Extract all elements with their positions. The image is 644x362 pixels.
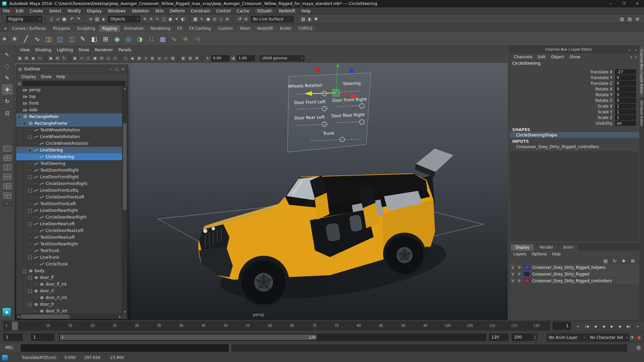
panel-title-bar[interactable]: Channel Box / Layer Editor ▫ ✕	[509, 46, 639, 53]
new-empty-layer-icon[interactable]: ✚	[621, 258, 627, 264]
menu-3dtoall[interactable]: -3DtoAll-	[252, 7, 276, 15]
channel-attribute-scale-z[interactable]: Scale Z1	[509, 115, 639, 120]
layer-row-crossover-grey-dirty-rigged-controllers[interactable]: VPCrossover_Grey_Dirty_Rigged_controller…	[509, 278, 639, 284]
bind-skin-icon[interactable]: ◫	[43, 33, 54, 45]
select-tool-icon[interactable]: ↖	[2, 49, 13, 60]
outliner-menu-display[interactable]: Display	[19, 74, 38, 79]
menu-select[interactable]: Select	[46, 7, 64, 15]
scroll-up-icon[interactable]: ▲	[122, 86, 127, 90]
outliner-item-circletrunk[interactable]: CircleTrunk	[16, 261, 122, 267]
layer-visible-toggle[interactable]: V	[509, 271, 516, 277]
exposure-field[interactable]: 0.00	[211, 55, 229, 61]
outliner-item-circlewheelsrotation[interactable]: CircleWheelsRotation	[16, 140, 122, 147]
channel-menu-edit[interactable]: Edit	[536, 55, 548, 59]
outliner-item-linedoorrearleft[interactable]: −LineDoorRearLeft	[16, 221, 122, 227]
shelf-tab-rigging[interactable]: Rigging	[99, 25, 120, 32]
character-set-dropdown[interactable]: No Character Set ▾	[588, 334, 629, 342]
expand-collapse-icon[interactable]: −	[28, 175, 32, 179]
channel-attribute-rotate-y[interactable]: Rotate Y0	[509, 92, 639, 98]
expand-collapse-icon[interactable]: −	[28, 276, 32, 280]
outliner-item-circledoorfrontright[interactable]: CircleDoorFrontRight	[16, 180, 122, 187]
field-chart-icon[interactable]: ⊞	[99, 55, 105, 61]
expand-collapse-icon[interactable]: −	[28, 189, 32, 192]
mirror-skin-weights-icon[interactable]: ◧	[89, 33, 100, 45]
new-scene-icon[interactable]: ▯	[48, 16, 55, 22]
motion-blur-icon[interactable]: ≈	[163, 55, 169, 61]
pose-editor-icon[interactable]: ◉	[111, 33, 123, 45]
image-plane-icon[interactable]: ▣	[48, 55, 54, 61]
copy-skin-weights-icon[interactable]: ⊞	[100, 33, 111, 45]
shelf-tab-custom[interactable]: Custom	[215, 25, 236, 32]
shape-editor-icon[interactable]: ◎	[123, 33, 134, 45]
select-by-hierarchy-icon[interactable]: ≡	[88, 16, 94, 22]
toggle-channel-box-icon[interactable]: ▥	[619, 16, 625, 22]
step-back-key-button[interactable]: |◀	[583, 322, 591, 330]
channel-value-field[interactable]: 1	[615, 109, 636, 114]
expand-collapse-icon[interactable]: −	[17, 115, 21, 119]
outliner-title-bar[interactable]: ▤ Outliner ─ □ ✕	[16, 65, 127, 73]
close-button[interactable]: ✕	[631, 0, 644, 7]
mask-rendering-icon[interactable]: ◐	[180, 16, 186, 22]
scale-tool-icon[interactable]: ⊡	[2, 108, 13, 118]
use-all-lights-icon[interactable]: ✶	[143, 55, 149, 61]
viewport-menu-view[interactable]: View	[17, 48, 32, 52]
toggle-attribute-editor-icon[interactable]: ▤	[627, 16, 633, 22]
remove-influence-icon[interactable]: ⊣	[191, 33, 203, 45]
grid-toggle-icon[interactable]: ▦	[72, 55, 78, 61]
viewport-menu-lighting[interactable]: Lighting	[54, 48, 76, 52]
channel-attribute-scale-y[interactable]: Scale Y1	[509, 109, 639, 115]
ik-spline-handle-icon[interactable]: ∿	[32, 33, 43, 45]
gamma-icon[interactable]: ◑	[230, 55, 236, 61]
channel-speed-icon[interactable]: ∿	[635, 55, 637, 59]
play-forward-button[interactable]: ▶	[608, 322, 616, 330]
current-time-marker[interactable]	[12, 322, 18, 330]
viewport-menu-show[interactable]: Show	[76, 48, 92, 52]
scrollbar-thumb[interactable]	[21, 314, 69, 319]
paint-select-tool-icon[interactable]: ✎	[2, 72, 13, 83]
step-forward-key-button[interactable]: ▶|	[625, 322, 633, 330]
outliner-item-texttrunk[interactable]: TextTrunk	[16, 247, 122, 254]
toolbar-grip[interactable]	[188, 16, 190, 22]
layout-three-split-left[interactable]	[3, 182, 12, 190]
sidebar-tab-attribute-editor[interactable]: Attribute Editor	[639, 97, 644, 130]
layer-color-swatch[interactable]	[523, 264, 531, 270]
outliner-item-circledoorrearright[interactable]: CircleDoorRearRight	[16, 214, 122, 221]
outliner-item-side[interactable]: side	[16, 107, 122, 113]
channel-attribute-visibility[interactable]: Visibilityon	[509, 120, 639, 126]
manipulator-plane-handle-z[interactable]	[350, 69, 354, 73]
command-line-input[interactable]	[21, 344, 229, 352]
resolution-gate-icon[interactable]: ▯	[85, 55, 91, 61]
playback-start-field[interactable]: 1	[31, 334, 54, 341]
channel-menu-channels[interactable]: Channels	[512, 55, 535, 59]
channel-attribute-rotate-x[interactable]: Rotate X0	[509, 86, 639, 92]
outliner-menu-help[interactable]: Help	[54, 74, 68, 79]
layer-playback-toggle[interactable]: P	[516, 271, 523, 277]
channel-value-field[interactable]: 0	[615, 81, 636, 86]
outliner-item-linedoorrearright[interactable]: −LineDoorRearRight	[16, 207, 122, 214]
menu-edit[interactable]: Edit	[13, 7, 26, 15]
ik-handle-tool-icon[interactable]: ╱	[20, 33, 32, 45]
step-back-frame-button[interactable]: ◀	[591, 322, 599, 330]
layout-two-stacked[interactable]	[3, 173, 12, 180]
scroll-down-icon[interactable]: ▼	[122, 310, 127, 314]
sync-layers-icon[interactable]: ↻	[611, 258, 618, 264]
grease-pencil-icon[interactable]: ✎	[61, 55, 67, 61]
expand-collapse-icon[interactable]: −	[28, 256, 32, 259]
expand-collapse-icon[interactable]: −	[28, 209, 32, 213]
render-frame-icon[interactable]: ▨	[300, 16, 307, 22]
command-line-mode-label[interactable]: MEL	[5, 345, 14, 350]
outliner-filter-input[interactable]	[22, 81, 125, 86]
animation-end-field[interactable]: 200	[512, 334, 533, 341]
selection-mask-dropdown[interactable]: Objects ▾	[108, 16, 140, 22]
outliner-item-door-fl-int[interactable]: door_fl_int	[16, 281, 122, 288]
2d-pan-zoom-icon[interactable]: ⊞	[54, 55, 60, 61]
set-all-layers-icon[interactable]: ▤	[602, 258, 609, 264]
cluster-deformer-icon[interactable]: ∷	[146, 33, 157, 45]
outliner-item-door-rl-int[interactable]: door_rl_int	[16, 294, 122, 301]
layer-playback-toggle[interactable]: P	[516, 264, 523, 270]
menu-create[interactable]: Create	[26, 7, 46, 15]
toolbar-grip[interactable]	[232, 16, 234, 22]
lock-camera-icon[interactable]: ⊠	[23, 55, 30, 61]
spinner-up-icon[interactable]: ▴	[535, 335, 536, 337]
outliner-item-textsteering[interactable]: TextSteering	[16, 160, 122, 167]
